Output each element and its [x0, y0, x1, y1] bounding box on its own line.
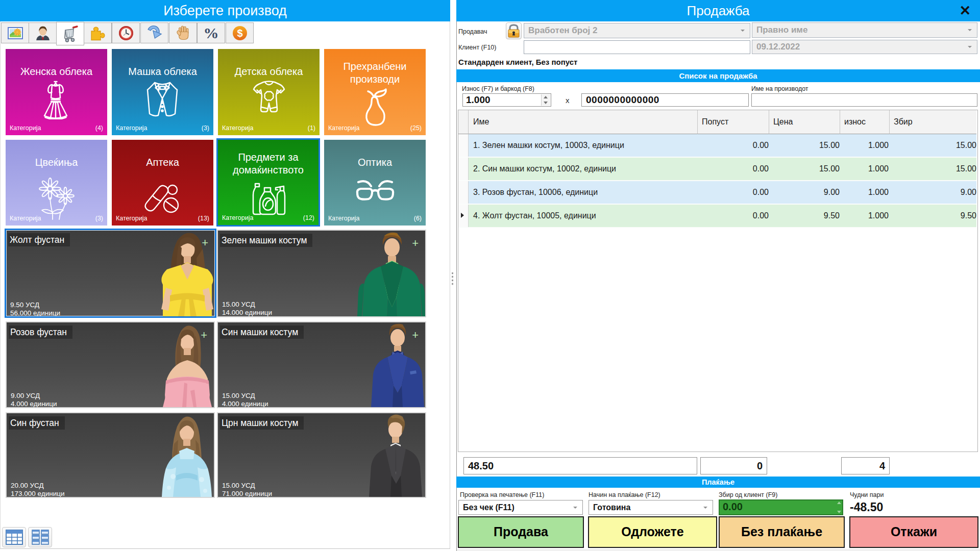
svg-text:$: $: [237, 28, 242, 39]
